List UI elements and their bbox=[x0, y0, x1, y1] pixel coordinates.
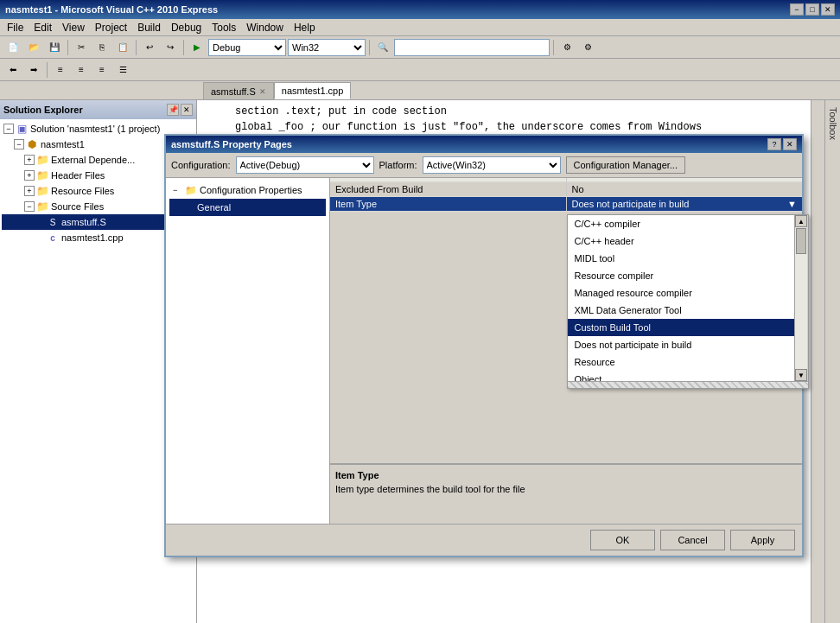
dialog-config-bar: Configuration: Active(Debug) Platform: A… bbox=[166, 153, 802, 178]
dialog-title: asmstuff.S Property Pages bbox=[171, 139, 292, 149]
dialog-close-btn[interactable]: ✕ bbox=[783, 138, 797, 150]
scroll-up-btn[interactable]: ▲ bbox=[795, 215, 807, 227]
excluded-from-build-label: Excluded From Build bbox=[330, 182, 566, 197]
ok-button[interactable]: OK bbox=[590, 530, 655, 550]
property-pages-dialog: asmstuff.S Property Pages ? ✕ Configurat… bbox=[164, 134, 804, 557]
dropdown-items-container: C/C++ compiler C/C++ header MIDL tool Re… bbox=[568, 215, 794, 381]
dialog-properties: Excluded From Build No Item Type Does no… bbox=[330, 178, 802, 524]
excluded-from-build-val: No bbox=[566, 182, 802, 197]
scroll-down-btn[interactable]: ▼ bbox=[795, 369, 807, 381]
cancel-button[interactable]: Cancel bbox=[660, 530, 725, 550]
modal-overlay: asmstuff.S Property Pages ? ✕ Configurat… bbox=[0, 0, 840, 623]
config-label: Configuration: bbox=[171, 160, 231, 170]
expand-config-props[interactable]: − bbox=[173, 186, 185, 194]
dialog-footer: OK Cancel Apply bbox=[166, 524, 802, 556]
dialog-config-combo[interactable]: Active(Debug) bbox=[236, 156, 374, 174]
item-type-label: Item Type bbox=[330, 197, 566, 212]
apply-button[interactable]: Apply bbox=[730, 530, 795, 550]
dropdown-item-resource-compiler[interactable]: Resource compiler bbox=[568, 267, 794, 284]
dropdown-item-cc-header[interactable]: C/C++ header bbox=[568, 232, 794, 250]
dialog-title-bar: asmstuff.S Property Pages ? ✕ bbox=[166, 136, 802, 153]
item-type-selected-text: Does not participate in build bbox=[572, 199, 690, 209]
properties-table: Excluded From Build No Item Type Does no… bbox=[330, 178, 802, 212]
dialog-help-btn[interactable]: ? bbox=[767, 138, 781, 150]
tree-general[interactable]: General bbox=[169, 199, 326, 216]
item-type-dropdown-container: Does not participate in build ▼ C/C++ co… bbox=[567, 197, 803, 211]
dialog-title-buttons: ? ✕ bbox=[767, 138, 797, 150]
tree-config-props[interactable]: − 📁 Configuration Properties bbox=[169, 181, 326, 199]
scroll-track[interactable] bbox=[795, 227, 807, 369]
desc-title: Item Type bbox=[335, 470, 797, 480]
desc-text: Item type determines the build tool for … bbox=[335, 484, 797, 494]
dialog-config-tree: − 📁 Configuration Properties General bbox=[166, 178, 330, 524]
tree-general-label: General bbox=[197, 202, 231, 213]
props-row-item-type: Item Type Does not participate in build … bbox=[330, 197, 802, 212]
item-type-selected-display[interactable]: Does not participate in build ▼ bbox=[567, 197, 803, 211]
dropdown-item-midl[interactable]: MIDL tool bbox=[568, 250, 794, 267]
scroll-thumb[interactable] bbox=[796, 228, 806, 254]
dropdown-arrow-icon: ▼ bbox=[787, 199, 797, 209]
dropdown-item-managed-resource[interactable]: Managed resource compiler bbox=[568, 284, 794, 302]
icon-config-props: 📁 bbox=[185, 185, 197, 196]
config-manager-button[interactable]: Configuration Manager... bbox=[566, 156, 685, 174]
item-type-val-cell: Does not participate in build ▼ C/C++ co… bbox=[566, 197, 802, 212]
dropdown-item-custom-build[interactable]: Custom Build Tool bbox=[568, 319, 794, 336]
dropdown-scrollbar: ▲ ▼ bbox=[794, 215, 808, 381]
dialog-platform-combo[interactable]: Active(Win32) bbox=[423, 156, 561, 174]
dropdown-item-no-participate[interactable]: Does not participate in build bbox=[568, 336, 794, 353]
dropdown-item-object[interactable]: Object bbox=[568, 371, 794, 381]
dropdown-item-xml-data[interactable]: XML Data Generator Tool bbox=[568, 302, 794, 319]
dropdown-hatch bbox=[568, 381, 808, 388]
description-area: Item Type Item type determines the build… bbox=[330, 463, 802, 524]
dropdown-list-body: C/C++ compiler C/C++ header MIDL tool Re… bbox=[568, 215, 808, 381]
item-type-dropdown-list: C/C++ compiler C/C++ header MIDL tool Re… bbox=[567, 214, 809, 389]
dropdown-item-resource[interactable]: Resource bbox=[568, 353, 794, 371]
tree-config-props-label: Configuration Properties bbox=[200, 185, 302, 195]
dropdown-item-cc-compiler[interactable]: C/C++ compiler bbox=[568, 215, 794, 232]
dialog-body: − 📁 Configuration Properties General bbox=[166, 178, 802, 524]
platform-label: Platform: bbox=[379, 160, 417, 170]
props-row-excluded: Excluded From Build No bbox=[330, 182, 802, 197]
